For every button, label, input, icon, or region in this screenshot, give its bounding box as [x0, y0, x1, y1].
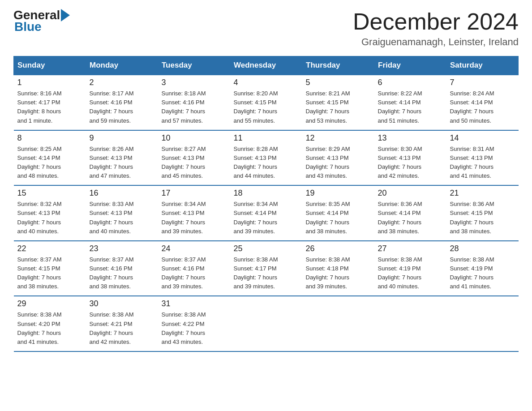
calendar-cell: 16Sunrise: 8:33 AMSunset: 4:13 PMDayligh… — [86, 185, 158, 241]
day-info: Sunrise: 8:37 AMSunset: 4:16 PMDaylight:… — [162, 255, 227, 291]
day-info: Sunrise: 8:38 AMSunset: 4:18 PMDaylight:… — [306, 255, 371, 291]
calendar-cell: 2Sunrise: 8:17 AMSunset: 4:16 PMDaylight… — [86, 75, 158, 130]
day-number: 29 — [17, 299, 82, 308]
calendar-cell: 7Sunrise: 8:24 AMSunset: 4:14 PMDaylight… — [446, 75, 519, 130]
calendar-header-monday: Monday — [86, 56, 158, 75]
day-info: Sunrise: 8:24 AMSunset: 4:14 PMDaylight:… — [450, 89, 515, 125]
day-number: 8 — [17, 133, 82, 143]
day-info: Sunrise: 8:37 AMSunset: 4:16 PMDaylight:… — [90, 255, 154, 291]
day-info: Sunrise: 8:38 AMSunset: 4:17 PMDaylight:… — [234, 255, 299, 291]
logo: General Blue — [13, 9, 71, 34]
day-number: 23 — [90, 244, 154, 253]
calendar-cell: 18Sunrise: 8:34 AMSunset: 4:14 PMDayligh… — [230, 185, 302, 241]
calendar-cell: 20Sunrise: 8:36 AMSunset: 4:14 PMDayligh… — [374, 185, 446, 241]
day-number: 12 — [306, 133, 371, 143]
day-info: Sunrise: 8:38 AMSunset: 4:22 PMDaylight:… — [162, 310, 227, 347]
day-info: Sunrise: 8:36 AMSunset: 4:15 PMDaylight:… — [450, 200, 515, 236]
day-number: 7 — [450, 78, 515, 87]
day-info: Sunrise: 8:25 AMSunset: 4:14 PMDaylight:… — [17, 145, 82, 181]
day-number: 10 — [162, 133, 227, 143]
calendar-cell: 4Sunrise: 8:20 AMSunset: 4:15 PMDaylight… — [230, 75, 302, 130]
day-info: Sunrise: 8:32 AMSunset: 4:13 PMDaylight:… — [17, 200, 82, 236]
day-info: Sunrise: 8:27 AMSunset: 4:13 PMDaylight:… — [162, 145, 227, 181]
calendar-header-saturday: Saturday — [446, 56, 519, 75]
calendar-cell: 13Sunrise: 8:30 AMSunset: 4:13 PMDayligh… — [374, 130, 446, 186]
header: General Blue December 2024 Graiguenamana… — [13, 9, 519, 48]
day-number: 16 — [90, 188, 154, 198]
day-info: Sunrise: 8:34 AMSunset: 4:14 PMDaylight:… — [234, 200, 299, 236]
location-subtitle: Graiguenamanagh, Leinster, Ireland — [353, 36, 519, 48]
day-info: Sunrise: 8:38 AMSunset: 4:19 PMDaylight:… — [450, 255, 515, 291]
calendar-cell: 22Sunrise: 8:37 AMSunset: 4:15 PMDayligh… — [14, 241, 86, 296]
day-number: 20 — [378, 188, 443, 198]
calendar-header-sunday: Sunday — [14, 56, 86, 75]
day-info: Sunrise: 8:17 AMSunset: 4:16 PMDaylight:… — [90, 89, 154, 125]
day-number: 26 — [306, 244, 371, 253]
day-info: Sunrise: 8:26 AMSunset: 4:13 PMDaylight:… — [90, 145, 154, 181]
day-info: Sunrise: 8:21 AMSunset: 4:15 PMDaylight:… — [306, 89, 371, 125]
calendar-cell: 29Sunrise: 8:38 AMSunset: 4:20 PMDayligh… — [14, 296, 86, 351]
calendar-cell: 30Sunrise: 8:38 AMSunset: 4:21 PMDayligh… — [86, 296, 158, 351]
day-number: 3 — [162, 78, 227, 87]
calendar-cell: 14Sunrise: 8:31 AMSunset: 4:13 PMDayligh… — [446, 130, 519, 186]
calendar-cell: 21Sunrise: 8:36 AMSunset: 4:15 PMDayligh… — [446, 185, 519, 241]
calendar-cell — [374, 296, 446, 351]
day-number: 1 — [17, 78, 82, 87]
day-number: 5 — [306, 78, 371, 87]
day-number: 2 — [90, 78, 154, 87]
calendar-table: SundayMondayTuesdayWednesdayThursdayFrid… — [13, 56, 519, 352]
calendar-cell — [230, 296, 302, 351]
day-info: Sunrise: 8:38 AMSunset: 4:20 PMDaylight:… — [17, 310, 82, 347]
day-info: Sunrise: 8:30 AMSunset: 4:13 PMDaylight:… — [378, 145, 443, 181]
calendar-cell: 25Sunrise: 8:38 AMSunset: 4:17 PMDayligh… — [230, 241, 302, 296]
logo-blue — [60, 9, 71, 21]
day-number: 11 — [234, 133, 299, 143]
calendar-cell: 26Sunrise: 8:38 AMSunset: 4:18 PMDayligh… — [302, 241, 374, 296]
calendar-header-row: SundayMondayTuesdayWednesdayThursdayFrid… — [14, 56, 519, 75]
day-number: 19 — [306, 188, 371, 198]
day-info: Sunrise: 8:33 AMSunset: 4:13 PMDaylight:… — [90, 200, 154, 236]
calendar-cell: 5Sunrise: 8:21 AMSunset: 4:15 PMDaylight… — [302, 75, 374, 130]
logo-blue-label: Blue — [14, 20, 42, 34]
calendar-header-wednesday: Wednesday — [230, 56, 302, 75]
calendar-cell — [446, 296, 519, 351]
svg-marker-0 — [61, 9, 70, 21]
calendar-cell: 11Sunrise: 8:28 AMSunset: 4:13 PMDayligh… — [230, 130, 302, 186]
calendar-cell: 24Sunrise: 8:37 AMSunset: 4:16 PMDayligh… — [158, 241, 230, 296]
calendar-cell: 27Sunrise: 8:38 AMSunset: 4:19 PMDayligh… — [374, 241, 446, 296]
calendar-cell: 31Sunrise: 8:38 AMSunset: 4:22 PMDayligh… — [158, 296, 230, 351]
day-number: 24 — [162, 244, 227, 253]
day-info: Sunrise: 8:36 AMSunset: 4:14 PMDaylight:… — [378, 200, 443, 236]
day-number: 9 — [90, 133, 154, 143]
calendar-cell: 23Sunrise: 8:37 AMSunset: 4:16 PMDayligh… — [86, 241, 158, 296]
calendar-week-row: 15Sunrise: 8:32 AMSunset: 4:13 PMDayligh… — [14, 185, 519, 241]
day-number: 21 — [450, 188, 515, 198]
day-info: Sunrise: 8:28 AMSunset: 4:13 PMDaylight:… — [234, 145, 299, 181]
day-info: Sunrise: 8:37 AMSunset: 4:15 PMDaylight:… — [17, 255, 82, 291]
day-number: 25 — [234, 244, 299, 253]
calendar-header-friday: Friday — [374, 56, 446, 75]
calendar-cell: 12Sunrise: 8:29 AMSunset: 4:13 PMDayligh… — [302, 130, 374, 186]
day-number: 6 — [378, 78, 443, 87]
day-info: Sunrise: 8:29 AMSunset: 4:13 PMDaylight:… — [306, 145, 371, 181]
calendar-cell: 3Sunrise: 8:18 AMSunset: 4:16 PMDaylight… — [158, 75, 230, 130]
day-info: Sunrise: 8:38 AMSunset: 4:19 PMDaylight:… — [378, 255, 443, 291]
day-info: Sunrise: 8:35 AMSunset: 4:14 PMDaylight:… — [306, 200, 371, 236]
day-number: 4 — [234, 78, 299, 87]
day-number: 17 — [162, 188, 227, 198]
calendar-week-row: 29Sunrise: 8:38 AMSunset: 4:20 PMDayligh… — [14, 296, 519, 351]
calendar-cell: 15Sunrise: 8:32 AMSunset: 4:13 PMDayligh… — [14, 185, 86, 241]
day-number: 27 — [378, 244, 443, 253]
calendar-cell: 6Sunrise: 8:22 AMSunset: 4:14 PMDaylight… — [374, 75, 446, 130]
day-number: 22 — [17, 244, 82, 253]
month-title: December 2024 — [353, 9, 519, 34]
calendar-week-row: 1Sunrise: 8:16 AMSunset: 4:17 PMDaylight… — [14, 75, 519, 130]
calendar-cell: 1Sunrise: 8:16 AMSunset: 4:17 PMDaylight… — [14, 75, 86, 130]
calendar-header-tuesday: Tuesday — [158, 56, 230, 75]
day-number: 31 — [162, 299, 227, 308]
day-info: Sunrise: 8:34 AMSunset: 4:13 PMDaylight:… — [162, 200, 227, 236]
calendar-header-thursday: Thursday — [302, 56, 374, 75]
day-info: Sunrise: 8:22 AMSunset: 4:14 PMDaylight:… — [378, 89, 443, 125]
day-info: Sunrise: 8:18 AMSunset: 4:16 PMDaylight:… — [162, 89, 227, 125]
title-area: December 2024 Graiguenamanagh, Leinster,… — [353, 9, 519, 48]
